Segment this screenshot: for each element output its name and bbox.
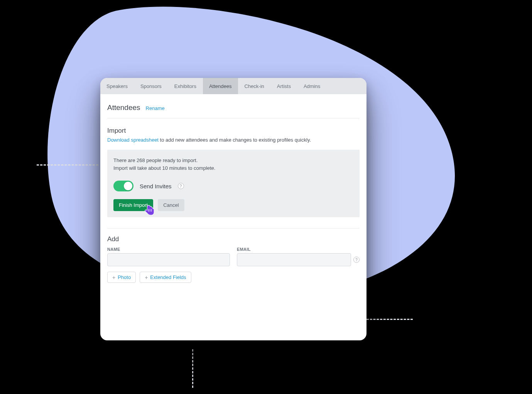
extended-fields-label: Extended Fields — [150, 274, 186, 280]
plus-icon: + — [112, 275, 115, 280]
page-heading-row: Attendees Rename — [107, 94, 360, 118]
email-field-label: EMAIL — [237, 247, 360, 252]
extended-fields-button[interactable]: + Extended Fields — [140, 272, 191, 283]
send-invites-toggle[interactable] — [113, 181, 133, 191]
dashed-line-bottom — [192, 349, 193, 388]
add-photo-label: Photo — [118, 274, 131, 280]
main-panel: Speakers Sponsors Exhibitors Attendees C… — [100, 78, 366, 340]
tab-sponsors[interactable]: Sponsors — [134, 78, 168, 94]
import-description-rest: to add new attendees and make changes to… — [159, 137, 311, 143]
add-section: Add NAME EMAIL ? + Photo — [107, 228, 360, 291]
rename-link[interactable]: Rename — [146, 105, 165, 111]
add-heading: Add — [107, 235, 360, 243]
dashed-line-right — [366, 319, 413, 320]
cancel-button[interactable]: Cancel — [158, 199, 184, 211]
send-invites-label: Send Invites — [140, 183, 172, 189]
tab-check-in[interactable]: Check-in — [238, 78, 270, 94]
add-photo-button[interactable]: + Photo — [107, 272, 136, 283]
tab-speakers[interactable]: Speakers — [100, 78, 134, 94]
name-field-label: NAME — [107, 247, 230, 252]
tab-artists[interactable]: Artists — [271, 78, 297, 94]
finish-import-button[interactable]: Finish Import — [113, 199, 153, 211]
toggle-knob — [124, 182, 132, 190]
email-input[interactable] — [237, 253, 351, 266]
help-icon[interactable]: ? — [178, 183, 184, 189]
tab-bar: Speakers Sponsors Exhibitors Attendees C… — [100, 78, 366, 94]
tab-exhibitors[interactable]: Exhibitors — [168, 78, 203, 94]
tab-attendees[interactable]: Attendees — [203, 78, 238, 94]
plus-icon: + — [145, 275, 148, 280]
download-spreadsheet-link[interactable]: Download spreadsheet — [107, 137, 159, 143]
import-heading: Import — [107, 127, 360, 135]
dashed-line-left — [37, 164, 98, 166]
tab-admins[interactable]: Admins — [297, 78, 327, 94]
email-help-icon[interactable]: ? — [353, 257, 360, 263]
import-section: Import Download spreadsheet to add new a… — [107, 118, 360, 217]
import-status-box: There are 268 people ready to import. Im… — [107, 150, 360, 217]
page-title: Attendees — [107, 103, 140, 112]
import-status-line2: Import will take about 10 minutes to com… — [113, 164, 353, 172]
name-input[interactable] — [107, 253, 230, 266]
import-status-line1: There are 268 people ready to import. — [113, 157, 353, 164]
import-description: Download spreadsheet to add new attendee… — [107, 137, 360, 143]
